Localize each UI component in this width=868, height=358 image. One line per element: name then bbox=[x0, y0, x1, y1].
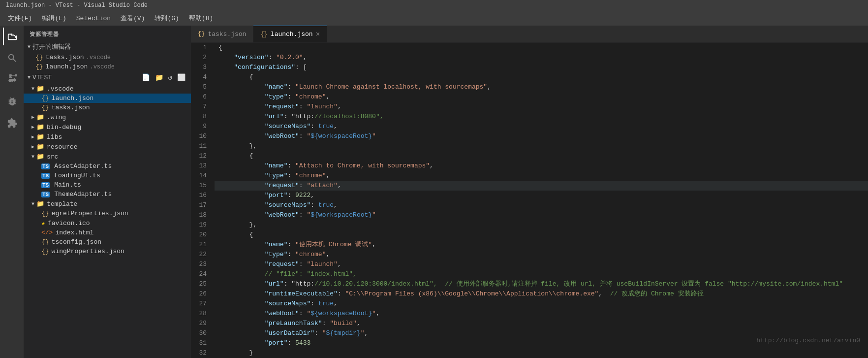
folder-src-icon: 📁 bbox=[36, 153, 44, 161]
folder-libs-icon: 📁 bbox=[36, 133, 44, 141]
tsconfig-icon: {} bbox=[41, 238, 49, 246]
open-editors-arrow: ▼ bbox=[28, 44, 31, 50]
file-egret-properties[interactable]: {} egretProperties.json bbox=[24, 209, 191, 218]
tasks-json-icon: {} bbox=[35, 54, 43, 61]
activity-bar bbox=[0, 26, 24, 358]
folder-template[interactable]: ▼ 📁 template bbox=[24, 199, 191, 209]
folder-vscode-icon: 📁 bbox=[36, 85, 44, 93]
folder-wing[interactable]: ▶ 📁 .wing bbox=[24, 112, 191, 122]
html-icon: </> bbox=[41, 229, 53, 236]
file-theme-adapter[interactable]: TS ThemeAdapter.ts bbox=[24, 190, 191, 199]
menu-help[interactable]: 帮助(H) bbox=[185, 12, 217, 25]
file-tsconfig[interactable]: {} tsconfig.json bbox=[24, 237, 191, 247]
new-file-icon[interactable]: 📄 bbox=[140, 73, 152, 82]
editor-area: {} tasks.json {} launch.json × 123456789… bbox=[191, 26, 868, 358]
editor-content: 1234567891011121314151617181920212223242… bbox=[191, 43, 868, 358]
file-index-html[interactable]: </> index.html bbox=[24, 228, 191, 237]
open-editor-tasks[interactable]: {} tasks.json .vscode bbox=[24, 53, 191, 62]
explorer-tree: ▼ VTEST 📄 📁 ↺ ⬜ ▼ 📁 .vscode {} launch.js… bbox=[24, 71, 191, 358]
source-control-icon[interactable] bbox=[3, 71, 21, 89]
menu-selection[interactable]: Selection bbox=[72, 13, 115, 24]
title-text: launch.json - VTest - Visual Studio Code bbox=[6, 2, 148, 9]
file-favicon[interactable]: ★ favicon.ico bbox=[24, 218, 191, 228]
sidebar-title: 资源管理器 bbox=[24, 26, 191, 41]
tasks-tab-label: tasks.json bbox=[208, 31, 246, 38]
explorer-actions: 📄 📁 ↺ ⬜ bbox=[140, 73, 187, 82]
menu-goto[interactable]: 转到(G) bbox=[151, 12, 183, 25]
open-editors-header[interactable]: ▼ 打开的编辑器 bbox=[24, 41, 191, 53]
ts-icon-4: TS bbox=[41, 192, 50, 197]
explorer-section-header[interactable]: ▼ VTEST 📄 📁 ↺ ⬜ bbox=[24, 71, 191, 84]
folder-resource-icon: 📁 bbox=[36, 143, 44, 151]
ts-icon: TS bbox=[41, 163, 50, 169]
folder-src[interactable]: ▼ 📁 src bbox=[24, 152, 191, 162]
ts-icon-2: TS bbox=[41, 173, 50, 179]
sidebar: 资源管理器 ▼ 打开的编辑器 {} tasks.json .vscode {} … bbox=[24, 26, 191, 358]
title-bar: launch.json - VTest - Visual Studio Code bbox=[0, 0, 868, 11]
tasks-tab-icon: {} bbox=[198, 31, 205, 37]
folder-bin-debug-icon: 📁 bbox=[36, 123, 44, 131]
file-asset-adapter[interactable]: TS AssetAdapter.ts bbox=[24, 162, 191, 171]
file-tasks-json[interactable]: {} tasks.json bbox=[24, 103, 191, 112]
file-launch-json[interactable]: {} launch.json bbox=[24, 94, 191, 103]
tab-bar: {} tasks.json {} launch.json × bbox=[191, 26, 868, 43]
line-numbers: 1234567891011121314151617181920212223242… bbox=[191, 43, 215, 358]
file-main[interactable]: TS Main.ts bbox=[24, 180, 191, 190]
new-folder-icon[interactable]: 📁 bbox=[154, 73, 165, 82]
open-editors-section: ▼ 打开的编辑器 {} tasks.json .vscode {} launch… bbox=[24, 41, 191, 71]
launch-tab-label: launch.json bbox=[271, 31, 313, 38]
menu-bar: 文件(F) 编辑(E) Selection 查看(V) 转到(G) 帮助(H) bbox=[0, 11, 868, 26]
ts-icon-3: TS bbox=[41, 182, 50, 188]
menu-file[interactable]: 文件(F) bbox=[4, 12, 36, 25]
folder-resource[interactable]: ▶ 📁 resource bbox=[24, 142, 191, 152]
tab-close-button[interactable]: × bbox=[316, 31, 320, 38]
explorer-label: VTEST bbox=[32, 74, 52, 81]
file-loading-ui[interactable]: TS LoadingUI.ts bbox=[24, 171, 191, 180]
files-icon[interactable] bbox=[3, 28, 21, 45]
open-editors-label: 打开的编辑器 bbox=[32, 42, 71, 51]
open-editor-launch[interactable]: {} launch.json .vscode bbox=[24, 62, 191, 71]
extensions-icon[interactable] bbox=[3, 114, 21, 132]
folder-bin-debug[interactable]: ▶ 📁 bin-debug bbox=[24, 122, 191, 132]
launch-tab-icon: {} bbox=[260, 31, 267, 38]
egret-json-icon: {} bbox=[41, 210, 49, 217]
tab-launch[interactable]: {} launch.json × bbox=[253, 26, 327, 42]
search-icon[interactable] bbox=[3, 49, 21, 67]
debug-icon[interactable] bbox=[3, 93, 21, 110]
wing-json-icon: {} bbox=[41, 248, 49, 255]
folder-vscode[interactable]: ▼ 📁 .vscode bbox=[24, 84, 191, 94]
collapse-icon[interactable]: ⬜ bbox=[176, 73, 187, 82]
folder-libs[interactable]: ▶ 📁 libs bbox=[24, 132, 191, 142]
file-wing-properties[interactable]: {} wingProperties.json bbox=[24, 247, 191, 256]
code-area[interactable]: { "version": "0.2.0", "configurations": … bbox=[215, 43, 868, 358]
launch-json-file-icon: {} bbox=[41, 95, 49, 102]
tab-tasks[interactable]: {} tasks.json bbox=[191, 26, 253, 42]
favicon-icon: ★ bbox=[41, 219, 45, 227]
folder-wing-icon: 📁 bbox=[36, 113, 44, 121]
refresh-icon[interactable]: ↺ bbox=[167, 73, 174, 82]
menu-edit[interactable]: 编辑(E) bbox=[38, 12, 70, 25]
menu-view[interactable]: 查看(V) bbox=[117, 12, 149, 25]
tasks-json-file-icon: {} bbox=[41, 104, 49, 111]
explorer-arrow: ▼ bbox=[28, 75, 31, 80]
folder-template-icon: 📁 bbox=[36, 200, 44, 208]
launch-json-icon: {} bbox=[35, 63, 43, 70]
